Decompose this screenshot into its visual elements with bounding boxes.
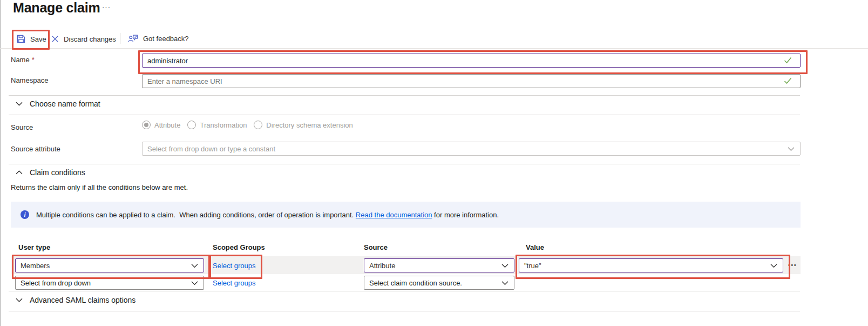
section-label: Advanced SAML claims options [30,296,135,304]
discard-changes-button[interactable]: Discard changes [51,32,116,45]
chevron-up-icon [16,170,23,175]
feedback-icon [128,34,138,43]
user-type-dropdown-row1[interactable]: Members [15,258,204,272]
namespace-field-label: Namespace [11,76,48,84]
section-claim-conditions[interactable]: Claim conditions [16,168,85,177]
got-feedback-button[interactable]: Got feedback? [128,32,189,45]
chevron-down-icon [501,279,508,287]
name-input[interactable] [142,54,801,68]
toolbar-separator [120,33,120,44]
name-field-label: Name* [11,56,35,64]
manage-claim-page: { "page": { "title": "Manage claim", "ti… [0,0,868,326]
name-label-text: Name [11,56,30,64]
dropdown-value: Attribute [369,262,395,270]
dropdown-placeholder: Select from drop down [21,279,91,287]
value-dropdown-row1[interactable]: "true" [519,258,783,272]
info-banner-text: Multiple conditions can be applied to a … [36,211,499,219]
discard-label: Discard changes [64,35,116,43]
chevron-down-icon [501,262,508,270]
required-asterisk: * [32,56,35,64]
divider [9,115,800,115]
radio-circle [254,121,262,129]
source-radio-group: Attribute Transformation Directory schem… [142,121,353,129]
section-advanced-saml-options[interactable]: Advanced SAML claims options [16,296,135,304]
radio-directory-schema-extension[interactable]: Directory schema extension [254,121,352,129]
radio-label: Attribute [154,121,180,129]
row1-more-menu-button[interactable]: ••• [788,262,797,268]
dropdown-placeholder: Select claim condition source. [369,279,462,287]
info-banner: i Multiple conditions can be applied to … [11,202,801,228]
dropdown-placeholder: Select from drop down or type a constant [147,145,275,153]
divider [9,164,800,164]
column-header-value: Value [526,243,544,251]
info-text-before: Multiple conditions can be applied to a … [36,211,356,219]
user-type-dropdown-row2[interactable]: Select from drop down [15,276,204,290]
save-button[interactable]: Save [17,32,46,45]
column-header-scoped-groups: Scoped Groups [213,243,265,251]
page-left-edge [0,0,1,326]
namespace-valid-check-icon [784,77,792,87]
toolbar-divider [0,48,868,49]
select-groups-link-row1[interactable]: Select groups [213,262,256,270]
title-more-menu[interactable]: ··· [102,3,111,11]
chevron-down-icon [16,298,23,302]
feedback-label: Got feedback? [143,35,189,43]
read-documentation-link[interactable]: Read the documentation [356,211,432,219]
chevron-down-icon [770,262,777,270]
section-label: Choose name format [30,99,100,108]
dropdown-value: Members [21,262,50,270]
source-field-label: Source [11,123,33,131]
source-attribute-dropdown[interactable]: Select from drop down or type a constant [142,142,801,156]
info-text-after: for more information. [432,211,499,219]
save-label: Save [30,35,46,43]
info-icon: i [21,210,29,219]
source-attribute-field-label: Source attribute [11,145,60,153]
radio-circle-selected [142,121,151,129]
name-valid-check-icon [784,56,792,66]
save-icon [17,35,25,43]
divider [9,291,800,291]
select-groups-link-row2[interactable]: Select groups [213,279,256,287]
chevron-down-icon [788,145,795,153]
column-header-source: Source [364,243,388,251]
radio-attribute[interactable]: Attribute [142,121,180,129]
section-choose-name-format[interactable]: Choose name format [16,99,100,108]
namespace-input[interactable] [142,74,801,88]
claim-conditions-description: Returns the claim only if all the condit… [11,183,188,191]
divider [9,95,800,96]
source-dropdown-row1[interactable]: Attribute [364,258,514,272]
column-header-user-type: User type [18,243,50,251]
source-dropdown-row2[interactable]: Select claim condition source. [364,276,514,290]
radio-label: Directory schema extension [266,121,352,129]
chevron-down-icon [191,262,198,270]
discard-x-icon [51,35,59,43]
radio-transformation[interactable]: Transformation [187,121,247,129]
divider [9,311,800,311]
chevron-down-icon [16,102,23,106]
radio-label: Transformation [200,121,247,129]
page-title: Manage claim [13,0,100,16]
radio-circle [187,121,196,129]
chevron-down-icon [191,279,198,287]
dropdown-value: "true" [524,262,541,270]
section-label: Claim conditions [30,168,85,177]
